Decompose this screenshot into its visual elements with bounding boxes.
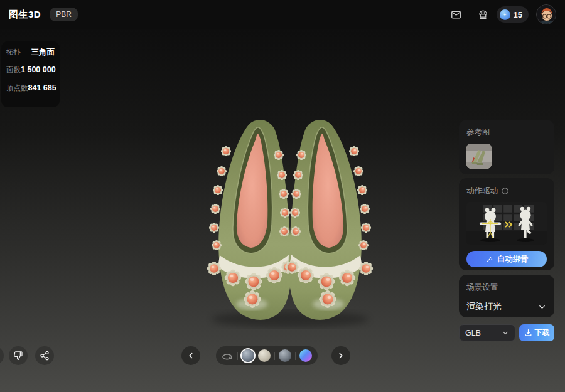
chevron-right-icon <box>336 351 345 360</box>
credits-pill[interactable]: ✦ 15 <box>497 6 529 23</box>
toolbar-divider <box>274 352 275 360</box>
toolbar-divider <box>237 352 238 360</box>
scene-settings-panel: 场景设置 渲染打光 <box>459 275 554 317</box>
top-bar: 图生3D PBR ✦ 15 <box>0 0 565 29</box>
stat-label: 拓扑 <box>6 48 21 57</box>
auto-rig-button[interactable]: 自动绑骨 <box>466 251 547 267</box>
topbar-divider <box>470 11 470 19</box>
turntable-icon[interactable] <box>222 350 234 362</box>
export-format-select[interactable]: GLB <box>459 324 515 341</box>
mail-icon[interactable] <box>451 9 462 20</box>
auto-rig-label: 自动绑骨 <box>497 254 529 265</box>
export-format-value: GLB <box>465 329 481 337</box>
viewer-mode-toolbar <box>216 346 318 365</box>
motion-preview-image[interactable] <box>466 202 547 245</box>
stat-topology: 拓扑 三角面 <box>6 47 55 65</box>
reference-image-panel: 参考图 <box>459 120 554 174</box>
credits-count: 15 <box>514 10 522 19</box>
motion-drive-panel: 动作驱动 <box>459 178 554 270</box>
reference-title: 参考图 <box>466 127 547 138</box>
reference-thumbnail[interactable] <box>466 144 492 169</box>
download-button[interactable]: 下载 <box>519 324 554 341</box>
store-icon[interactable] <box>478 9 489 20</box>
thumbs-down-icon <box>13 351 23 361</box>
motion-title-row: 动作驱动 <box>466 186 547 196</box>
toolbar-divider <box>295 352 296 360</box>
motion-title: 动作驱动 <box>466 186 498 196</box>
chevron-left-icon <box>186 351 195 360</box>
prev-model-button[interactable] <box>181 346 200 365</box>
stat-label: 顶点数 <box>6 83 28 93</box>
lighting-dropdown[interactable]: 渲染打光 <box>466 301 547 312</box>
pbr-badge: PBR <box>50 8 78 21</box>
mode-matcap-sphere[interactable] <box>279 349 291 362</box>
magic-wand-icon <box>485 255 493 263</box>
mesh-stats-panel: 拓扑 三角面 面数 1 500 000 顶点数 841 685 <box>1 41 60 107</box>
stat-label: 面数 <box>6 65 21 75</box>
scene-title: 场景设置 <box>466 282 547 293</box>
lighting-value: 渲染打光 <box>466 301 502 312</box>
avatar[interactable] <box>536 4 556 24</box>
download-icon <box>524 329 532 337</box>
chevron-down-icon <box>502 329 509 337</box>
chevron-down-icon <box>537 302 547 312</box>
share-icon <box>40 351 50 361</box>
page-title: 图生3D <box>9 9 41 21</box>
mode-clay-sphere[interactable] <box>258 349 271 362</box>
dislike-button[interactable] <box>9 346 28 365</box>
shoe-model <box>196 116 384 329</box>
next-model-button[interactable] <box>331 346 350 365</box>
mode-normals-sphere[interactable] <box>299 349 312 362</box>
stat-value: 841 685 <box>28 83 56 92</box>
stat-value: 1 500 000 <box>21 65 56 74</box>
topbar-actions: ✦ 15 <box>451 4 556 24</box>
info-icon[interactable] <box>501 187 509 195</box>
stat-value: 三角面 <box>31 47 55 58</box>
credit-coin-icon: ✦ <box>500 9 510 20</box>
stat-vertices: 顶点数 841 685 <box>6 83 55 102</box>
mode-textured-sphere[interactable] <box>242 349 254 362</box>
download-label: 下载 <box>535 327 550 338</box>
stat-faces: 面数 1 500 000 <box>6 65 55 83</box>
share-button[interactable] <box>35 346 54 365</box>
